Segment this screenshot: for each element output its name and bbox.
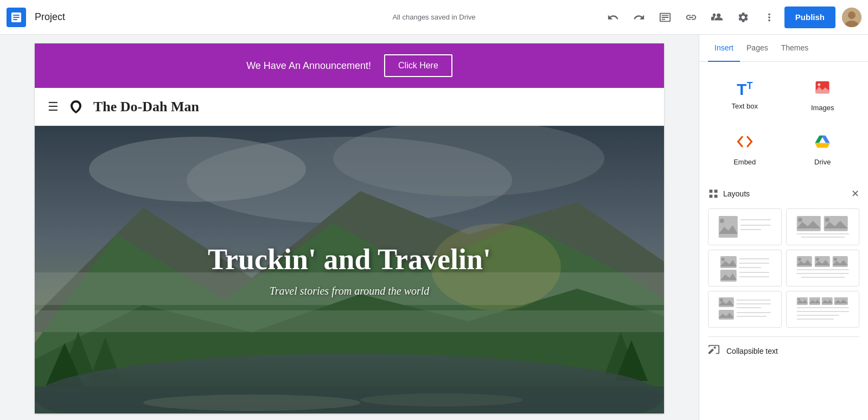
preview-button[interactable]	[654, 7, 676, 28]
svg-rect-2	[13, 17, 20, 18]
svg-rect-3	[13, 19, 17, 20]
canvas-area[interactable]: We Have An Announcement! Click Here ☰ Th…	[0, 35, 699, 420]
layouts-grid	[708, 208, 859, 328]
hero-title: Truckin' and Travelin'	[208, 243, 491, 276]
svg-point-31	[720, 219, 724, 223]
embed-icon	[737, 133, 753, 154]
share-button[interactable]	[706, 7, 728, 28]
announcement-text: We Have An Announcement!	[246, 60, 371, 72]
insert-text-box[interactable]: TT Text box	[708, 71, 782, 120]
svg-point-52	[815, 258, 819, 261]
redo-button[interactable]	[628, 7, 650, 28]
text-box-icon: TT	[737, 81, 752, 98]
svg-point-5	[848, 11, 856, 19]
avatar[interactable]	[842, 8, 861, 27]
site-name: The Do-Dah Man	[93, 99, 199, 115]
doc-title: Project	[35, 11, 65, 23]
svg-point-50	[797, 258, 801, 261]
drive-label: Drive	[814, 158, 831, 166]
insert-drive[interactable]: Drive	[786, 125, 860, 175]
insert-embed[interactable]: Embed	[708, 125, 782, 175]
embed-label: Embed	[733, 158, 756, 166]
layout-card-2[interactable]	[786, 208, 860, 245]
svg-point-54	[833, 258, 837, 261]
svg-rect-70	[834, 297, 847, 305]
collapsible-text-section[interactable]: Collapsible text	[708, 336, 859, 365]
layouts-title: Layouts	[708, 188, 750, 199]
svg-point-59	[720, 298, 723, 302]
save-status: All changes saved in Drive	[392, 13, 475, 21]
layouts-collapse-button[interactable]: ✕	[851, 188, 859, 200]
layout-card-5[interactable]	[708, 291, 782, 328]
settings-button[interactable]	[732, 7, 754, 28]
undo-button[interactable]	[602, 7, 624, 28]
svg-point-29	[818, 84, 821, 86]
layout-card-3[interactable]	[708, 250, 782, 287]
hamburger-icon[interactable]: ☰	[48, 100, 59, 114]
publish-button[interactable]: Publish	[784, 7, 835, 28]
site-wrapper: We Have An Announcement! Click Here ☰ Th…	[35, 43, 664, 413]
topbar-actions: Publish	[602, 7, 861, 28]
app-icon	[7, 8, 26, 27]
insert-images[interactable]: Images	[786, 71, 860, 120]
collapsible-text-label: Collapsible text	[726, 347, 778, 355]
insert-link-button[interactable]	[680, 7, 702, 28]
topbar: Project All changes saved in Drive	[0, 0, 868, 35]
layouts-section-header: Layouts ✕	[708, 183, 859, 204]
hero-content: Truckin' and Travelin' Travel stories fr…	[208, 243, 491, 297]
insert-grid: TT Text box Images	[708, 71, 859, 175]
svg-point-38	[825, 218, 829, 222]
layout-card-4[interactable]	[786, 250, 860, 287]
svg-point-36	[797, 218, 802, 222]
tab-insert[interactable]: Insert	[708, 35, 740, 62]
layout-card-6[interactable]	[786, 291, 860, 328]
drive-icon	[814, 133, 831, 154]
svg-point-67	[797, 298, 800, 301]
svg-rect-60	[719, 310, 734, 320]
announcement-bar: We Have An Announcement! Click Here	[35, 43, 664, 88]
tab-pages[interactable]: Pages	[740, 35, 775, 62]
more-options-button[interactable]	[758, 7, 780, 28]
images-icon	[814, 79, 831, 99]
layout-card-1[interactable]	[708, 208, 782, 245]
svg-point-42	[722, 258, 725, 261]
panel-tabs: Insert Pages Themes	[699, 35, 868, 62]
site-logo-icon	[67, 98, 85, 116]
site-header: ☰ The Do-Dah Man	[35, 88, 664, 126]
hero-subtitle: Travel stories from around the world	[208, 285, 491, 297]
images-label: Images	[811, 104, 834, 112]
collapsible-icon	[708, 343, 720, 358]
tab-themes[interactable]: Themes	[775, 35, 815, 62]
announcement-button[interactable]: Click Here	[384, 54, 452, 77]
text-box-label: Text box	[732, 102, 758, 110]
right-panel: Insert Pages Themes TT Text box	[699, 35, 868, 420]
main: We Have An Announcement! Click Here ☰ Th…	[0, 35, 868, 420]
hero-section: Truckin' and Travelin' Travel stories fr…	[35, 126, 664, 413]
insert-content: TT Text box Images	[699, 62, 868, 373]
svg-rect-1	[13, 15, 20, 16]
